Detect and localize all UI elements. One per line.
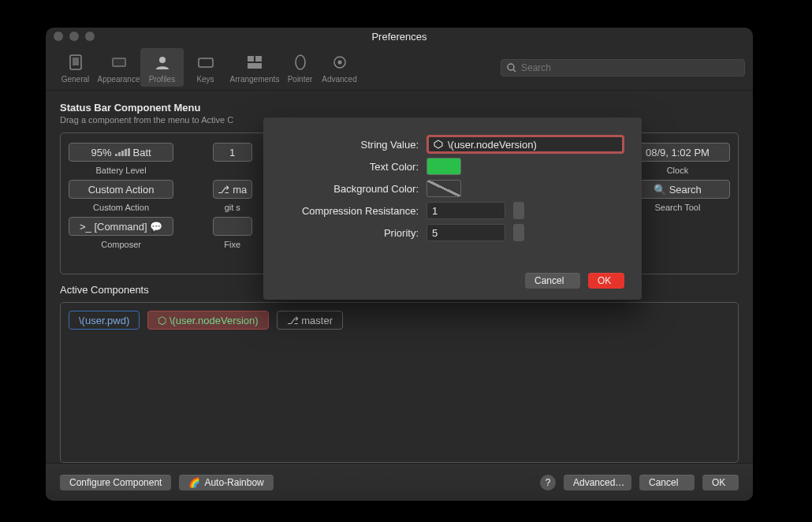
profiles-icon <box>153 53 172 72</box>
minimize-icon[interactable] <box>69 32 79 41</box>
priority-stepper[interactable] <box>513 224 524 241</box>
active-tag-git[interactable]: ⎇ master <box>277 311 343 330</box>
compression-label: Compression Resistance: <box>281 205 419 217</box>
svg-rect-1 <box>73 58 79 65</box>
toolbar-search[interactable] <box>501 59 745 76</box>
chip-git[interactable]: ⎇ma <box>213 180 252 199</box>
edit-component-sheet: String Value: Text Color: Background Col… <box>263 117 642 300</box>
bg-color-label: Background Color: <box>281 183 419 195</box>
svg-rect-7 <box>255 56 262 62</box>
chip-battery[interactable]: 95% Batt <box>69 143 173 162</box>
comp-label: Search Tool <box>654 203 700 212</box>
text-color-well[interactable] <box>426 158 461 175</box>
svg-rect-5 <box>199 58 213 67</box>
speech-icon: 💬 <box>150 221 162 233</box>
general-icon <box>66 53 85 72</box>
comp-label: Custom Action <box>93 203 149 212</box>
footer: Configure Component 🌈Auto-Rainbow ? Adva… <box>46 463 753 501</box>
window-title: Preferences <box>95 31 704 43</box>
active-components-area[interactable]: \(user.pwd) ⬡ \(user.nodeVersion) ⎇ mast… <box>60 302 739 463</box>
bg-color-well[interactable] <box>426 180 461 197</box>
svg-point-4 <box>159 57 166 63</box>
magnifier-icon: 🔍 <box>654 184 666 196</box>
toolbar-tabs: General Appearance Profiles Keys <box>54 48 361 87</box>
arrangements-icon <box>245 53 264 72</box>
preferences-window: Preferences General Appearance Pro <box>46 28 753 501</box>
chip-composer[interactable]: >_ [Command] 💬 <box>69 217 173 236</box>
active-tag-node[interactable]: ⬡ \(user.nodeVersion) <box>147 311 268 330</box>
compression-input[interactable] <box>426 202 505 219</box>
help-button[interactable]: ? <box>540 475 556 490</box>
search-input[interactable] <box>521 62 739 73</box>
string-value-input[interactable] <box>448 139 617 151</box>
string-value-field-wrap[interactable] <box>426 135 624 154</box>
comp-custom-action: Custom Action Custom Action <box>69 180 173 212</box>
sheet-cancel-button[interactable]: Cancel <box>525 273 580 289</box>
configure-component-button[interactable]: Configure Component <box>60 475 171 490</box>
tab-general[interactable]: General <box>54 48 97 87</box>
advanced-button[interactable]: Advanced… <box>564 475 631 490</box>
comp-label: git s <box>225 203 240 212</box>
status-bar-menu-title: Status Bar Component Menu <box>60 102 739 114</box>
compression-stepper[interactable] <box>513 202 524 219</box>
zoom-icon[interactable] <box>85 32 95 41</box>
tab-appearance[interactable]: Appearance <box>97 48 140 87</box>
chip-custom-action[interactable]: Custom Action <box>69 180 173 199</box>
svg-line-13 <box>513 69 516 72</box>
close-icon[interactable] <box>54 32 63 41</box>
pointer-icon <box>291 53 310 72</box>
comp-label: Clock <box>667 166 689 175</box>
text-color-label: Text Color: <box>281 161 419 173</box>
tab-pointer[interactable]: Pointer <box>282 48 318 87</box>
toolbar: General Appearance Profiles Keys <box>46 45 753 91</box>
svg-marker-14 <box>434 140 442 148</box>
priority-label: Priority: <box>281 227 419 239</box>
chip-fixed[interactable] <box>213 217 252 236</box>
rainbow-icon: 🌈 <box>188 477 200 488</box>
tab-arrangements[interactable]: Arrangements <box>227 48 282 87</box>
active-tag-pwd[interactable]: \(user.pwd) <box>69 311 140 330</box>
hexagon-icon <box>434 140 443 149</box>
footer-cancel-button[interactable]: Cancel <box>639 475 695 490</box>
priority-input[interactable] <box>426 224 505 241</box>
gear-icon <box>330 53 349 72</box>
svg-rect-3 <box>114 59 125 65</box>
svg-rect-8 <box>248 63 262 69</box>
battery-bars-icon <box>115 148 130 156</box>
titlebar: Preferences <box>46 28 753 45</box>
tab-advanced[interactable]: Advanced <box>318 48 361 87</box>
comp-label: Composer <box>101 240 141 249</box>
tab-profiles[interactable]: Profiles <box>140 48 184 87</box>
comp-label: Fixe <box>224 240 240 249</box>
chip-generic[interactable]: 1 <box>213 143 252 162</box>
svg-point-12 <box>508 64 514 70</box>
footer-ok-button[interactable]: OK <box>702 475 739 490</box>
comp-label: Battery Level <box>95 166 146 175</box>
comp-battery: 95% Batt Battery Level <box>69 143 173 175</box>
sheet-ok-button[interactable]: OK <box>588 273 624 289</box>
string-value-label: String Value: <box>281 139 419 151</box>
svg-point-9 <box>296 55 305 69</box>
keys-icon <box>196 53 215 72</box>
traffic-lights <box>54 32 95 41</box>
appearance-icon <box>110 53 129 72</box>
comp-composer: >_ [Command] 💬 Composer <box>69 217 173 249</box>
tab-keys[interactable]: Keys <box>184 48 227 87</box>
search-icon <box>507 63 516 73</box>
svg-point-11 <box>337 61 341 65</box>
auto-rainbow-button[interactable]: 🌈Auto-Rainbow <box>179 475 273 490</box>
branch-icon: ⎇ <box>218 184 229 196</box>
svg-rect-6 <box>248 56 254 62</box>
